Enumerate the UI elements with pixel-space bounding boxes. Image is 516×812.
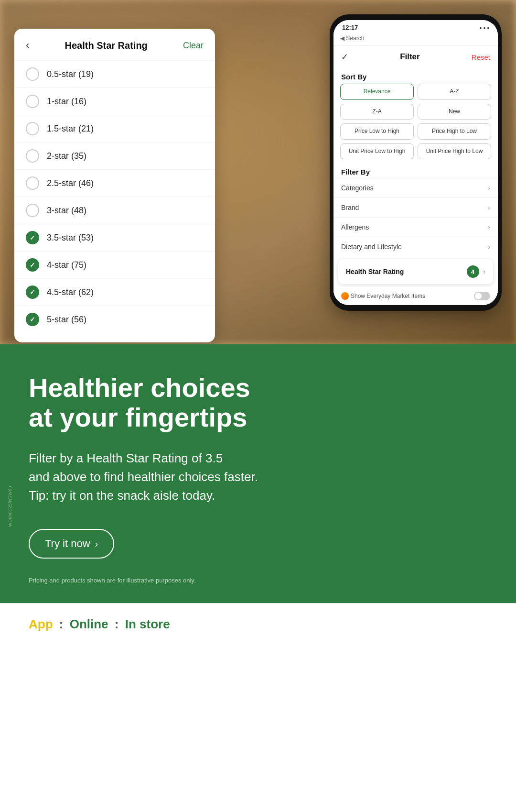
- chevron-icon: ›: [488, 223, 490, 231]
- unchecked-radio: [26, 176, 39, 190]
- unchecked-radio: [26, 95, 39, 108]
- reset-button[interactable]: Reset: [472, 53, 490, 61]
- sort-option-button[interactable]: Z-A: [340, 104, 414, 120]
- footer-online-label: Online: [70, 617, 108, 631]
- star-label: 1.5-star (21): [47, 124, 94, 134]
- star-rating-list: 0.5-star (19)1-star (16)1.5-star (21)2-s…: [14, 61, 215, 333]
- filter-row[interactable]: Allergens›: [333, 217, 498, 237]
- health-star-right: 4 ›: [467, 265, 485, 278]
- search-bar[interactable]: ◀ Search: [333, 33, 498, 46]
- status-time: 12:17: [342, 24, 358, 31]
- star-item[interactable]: 4-star (75): [14, 252, 215, 279]
- everyday-market-label: Show Everyday Market Items: [341, 292, 425, 300]
- star-label: 3-star (48): [47, 206, 86, 216]
- disclaimer-text: Pricing and products shown are for illus…: [29, 577, 487, 584]
- unchecked-radio: [26, 67, 39, 81]
- filter-by-label: Filter By: [333, 164, 498, 178]
- filter-row[interactable]: Dietary and Lifestyle›: [333, 237, 498, 256]
- sort-option-button[interactable]: Price Low to High: [340, 123, 414, 140]
- try-it-now-button[interactable]: Try it now ›: [29, 529, 114, 559]
- try-btn-arrow-icon: ›: [95, 538, 98, 549]
- checked-radio: [26, 313, 39, 326]
- star-item[interactable]: 0.5-star (19): [14, 61, 215, 88]
- unchecked-radio: [26, 204, 39, 217]
- chevron-icon: ›: [488, 204, 490, 211]
- star-label: 3.5-star (53): [47, 233, 94, 243]
- everyday-market-text: Show Everyday Market Items: [351, 293, 425, 299]
- star-item[interactable]: 1-star (16): [14, 88, 215, 115]
- health-star-badge: 4: [467, 265, 479, 278]
- battery-icon: ▪: [487, 25, 489, 31]
- unchecked-radio: [26, 149, 39, 163]
- sort-option-button[interactable]: Relevance: [340, 84, 414, 100]
- star-item[interactable]: 2-star (35): [14, 143, 215, 170]
- star-label: 4.5-star (62): [47, 287, 94, 297]
- panel-title: Health Star Rating: [64, 40, 147, 51]
- everyday-market-toggle[interactable]: [474, 292, 490, 300]
- filter-title: Filter: [400, 52, 420, 62]
- checked-radio: [26, 231, 39, 244]
- footer-instore-label: In store: [125, 617, 170, 631]
- filter-rows: Categories›Brand›Allergens›Dietary and L…: [333, 178, 498, 256]
- filter-header: ✓ Filter Reset: [333, 46, 498, 68]
- sort-option-button[interactable]: A-Z: [418, 84, 491, 100]
- vertical-code-text: WC080125/NSW50: [8, 486, 12, 527]
- footer-app-label: App: [29, 617, 53, 631]
- footer-sep-1: :: [59, 617, 67, 631]
- chevron-icon: ›: [488, 184, 490, 192]
- star-item[interactable]: 3-star (48): [14, 197, 215, 224]
- checked-radio: [26, 258, 39, 272]
- headline: Healthier choicesat your fingertips: [29, 373, 487, 432]
- footer-sep-2: :: [115, 617, 122, 631]
- checkmark-icon[interactable]: ✓: [341, 52, 348, 62]
- phone-mockup: 12:17 ▪ ▪ ▪ ◀ Search ✓ Filter Reset Sort…: [330, 14, 502, 311]
- back-search-label: ◀ Search: [340, 35, 364, 42]
- filter-row-label: Brand: [341, 204, 359, 211]
- status-icons: ▪ ▪ ▪: [480, 25, 489, 31]
- star-item[interactable]: 5-star (56): [14, 306, 215, 333]
- unchecked-radio: [26, 122, 39, 135]
- chevron-icon: ›: [488, 243, 490, 251]
- filter-row-label: Allergens: [341, 223, 369, 231]
- footer-tagline: App : Online : In store: [29, 617, 487, 632]
- filter-row[interactable]: Brand›: [333, 198, 498, 217]
- filter-row[interactable]: Categories›: [333, 178, 498, 198]
- wifi-icon: ▪: [480, 25, 482, 31]
- sort-by-label: Sort By: [333, 68, 498, 84]
- star-item[interactable]: 4.5-star (62): [14, 279, 215, 306]
- sort-option-button[interactable]: Price High to Low: [418, 123, 491, 140]
- sort-option-button[interactable]: Unit Price Low to High: [340, 143, 414, 160]
- subtext: Filter by a Health Star Rating of 3.5and…: [29, 449, 420, 505]
- star-item[interactable]: 1.5-star (21): [14, 115, 215, 143]
- filter-row-label: Dietary and Lifestyle: [341, 243, 402, 251]
- everyday-market-logo: [341, 292, 349, 300]
- sort-option-button[interactable]: Unit Price High to Low: [418, 143, 491, 160]
- status-bar: 12:17 ▪ ▪ ▪: [333, 20, 498, 33]
- top-section: ‹ Health Star Rating Clear 0.5-star (19)…: [0, 0, 516, 344]
- health-star-filter-panel: ‹ Health Star Rating Clear 0.5-star (19)…: [14, 29, 215, 342]
- health-star-bar-label: Health Star Rating: [346, 268, 404, 275]
- panel-header: ‹ Health Star Rating Clear: [14, 29, 215, 61]
- star-label: 0.5-star (19): [47, 69, 94, 79]
- star-label: 2-star (35): [47, 151, 86, 161]
- star-label: 1-star (16): [47, 97, 86, 107]
- filter-body: Sort By RelevanceA-ZZ-ANewPrice Low to H…: [333, 68, 498, 305]
- star-item[interactable]: 3.5-star (53): [14, 224, 215, 252]
- star-label: 5-star (56): [47, 315, 86, 325]
- sort-options-grid: RelevanceA-ZZ-ANewPrice Low to HighPrice…: [333, 84, 498, 164]
- sort-option-button[interactable]: New: [418, 104, 491, 120]
- star-item[interactable]: 2.5-star (46): [14, 170, 215, 197]
- everyday-market-row: Show Everyday Market Items: [333, 287, 498, 305]
- footer: App : Online : In store: [0, 603, 516, 645]
- back-arrow-icon[interactable]: ‹: [26, 39, 29, 52]
- green-section: WC080125/NSW50 Healthier choicesat your …: [0, 344, 516, 603]
- try-btn-label: Try it now: [45, 538, 90, 550]
- checked-radio: [26, 285, 39, 299]
- clear-button[interactable]: Clear: [183, 41, 204, 51]
- phone-screen: 12:17 ▪ ▪ ▪ ◀ Search ✓ Filter Reset Sort…: [333, 20, 498, 305]
- signal-icon: ▪: [484, 25, 485, 31]
- filter-row-label: Categories: [341, 184, 374, 192]
- health-star-bar[interactable]: Health Star Rating 4 ›: [338, 259, 493, 284]
- star-label: 2.5-star (46): [47, 178, 94, 188]
- star-label: 4-star (75): [47, 260, 86, 270]
